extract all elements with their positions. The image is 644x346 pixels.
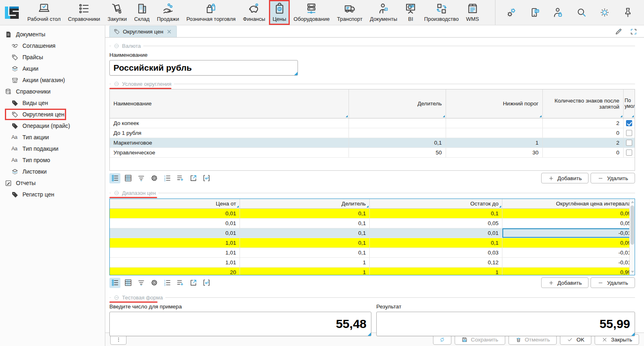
- user-lock-icon[interactable]: [553, 7, 564, 18]
- col-header-price-from[interactable]: Цена от: [110, 199, 240, 208]
- cell[interactable]: 20: [110, 267, 240, 275]
- cell-threshold[interactable]: 30: [446, 147, 542, 157]
- col-header-name[interactable]: Наименование: [110, 89, 349, 118]
- table-row[interactable]: Управленческое 50 30 0: [110, 147, 635, 157]
- collapse-icon[interactable]: [113, 43, 120, 49]
- cell-name[interactable]: До копеек: [110, 118, 349, 128]
- edit-pencil-icon[interactable]: [615, 28, 622, 36]
- settings-gears-icon[interactable]: [506, 7, 517, 18]
- add-row-button[interactable]: Добавить: [541, 173, 589, 183]
- cell-decimals[interactable]: 2: [542, 138, 623, 147]
- cell[interactable]: 0,09: [502, 208, 635, 218]
- cell[interactable]: 0,05: [502, 218, 635, 228]
- tab-price-roundings[interactable]: Округления цен: [109, 26, 177, 37]
- nav-item-transport[interactable]: Транспорт: [333, 0, 366, 25]
- table-row-highlighted[interactable]: 1,010,10,10,09: [110, 238, 635, 248]
- currency-name-input[interactable]: [109, 60, 298, 76]
- cell[interactable]: 0,12: [370, 257, 502, 267]
- cell[interactable]: 0,1: [370, 238, 502, 248]
- cell-divider[interactable]: [349, 118, 446, 128]
- grid-view-button[interactable]: [122, 173, 133, 183]
- scroll-thumb[interactable]: [631, 205, 634, 245]
- cell-decimals[interactable]: 2: [542, 118, 623, 128]
- default-checkbox[interactable]: [626, 150, 632, 156]
- list-view-button[interactable]: [109, 173, 120, 183]
- collapse-icon[interactable]: [113, 295, 120, 301]
- cell[interactable]: 1,01: [110, 238, 240, 248]
- open-external-button[interactable]: [188, 278, 199, 288]
- grid-view-button[interactable]: [122, 278, 133, 288]
- open-external-button[interactable]: [188, 173, 199, 183]
- cell-divider[interactable]: 0,1: [349, 138, 446, 147]
- col-header-lower-threshold[interactable]: Нижний порог: [446, 89, 542, 118]
- numbered-list-button[interactable]: 123: [162, 278, 173, 288]
- filter-button[interactable]: [135, 173, 147, 183]
- sidebar-item-operations-price[interactable]: Операции (прайс): [0, 120, 105, 132]
- cell[interactable]: 0,03: [370, 248, 502, 257]
- cell[interactable]: 0,1: [370, 208, 502, 218]
- cell[interactable]: -0,01: [502, 257, 635, 267]
- nav-item-documents[interactable]: Документы: [366, 0, 401, 25]
- cell[interactable]: -0,01: [502, 248, 635, 257]
- cell[interactable]: 0,1: [240, 208, 370, 218]
- cell-name[interactable]: Управленческое: [110, 147, 349, 157]
- reload-table-button[interactable]: [201, 173, 212, 183]
- sidebar-item-promo-type[interactable]: AaТип акции: [0, 132, 105, 143]
- nav-item-bi[interactable]: BI: [401, 0, 420, 25]
- table-row[interactable]: 1,010,10,03-0,01: [110, 248, 635, 257]
- collapse-icon[interactable]: [113, 190, 120, 196]
- pin-icon[interactable]: [622, 7, 633, 18]
- col-header-divider[interactable]: Делитель: [240, 199, 370, 208]
- cell[interactable]: 0,01: [110, 218, 240, 228]
- scroll-up-arrow[interactable]: [631, 201, 634, 203]
- sidebar-item-promo2-type[interactable]: AaТип промо: [0, 154, 105, 166]
- scroll-down-arrow[interactable]: [631, 271, 634, 273]
- default-checkbox[interactable]: [626, 140, 632, 146]
- nav-item-desktop[interactable]: Рабочий стол: [24, 0, 64, 25]
- table-row[interactable]: До копеек 2: [110, 118, 635, 128]
- cell[interactable]: 0,99: [502, 267, 635, 275]
- cell-threshold[interactable]: [446, 128, 542, 138]
- cell[interactable]: 0,1: [240, 228, 370, 238]
- nav-item-production[interactable]: Производство: [420, 0, 462, 25]
- sidebar-item-leaflets[interactable]: Листовки: [0, 166, 105, 177]
- nav-item-purchases[interactable]: Закупки: [104, 0, 130, 25]
- cell[interactable]: 0,1: [240, 238, 370, 248]
- theme-brightness-icon[interactable]: [599, 7, 610, 18]
- nav-item-retail[interactable]: Розничная торговля: [183, 0, 240, 25]
- col-header-rounded-price[interactable]: Округлённая цена интервала: [502, 199, 635, 208]
- search-icon[interactable]: [576, 7, 587, 18]
- cell-threshold[interactable]: [446, 118, 542, 128]
- sidebar-item-subpromo-type[interactable]: AaТип подакции: [0, 143, 105, 154]
- table-settings-button[interactable]: [149, 173, 160, 183]
- table-row-selected[interactable]: Маркетинговое 0,1 1 2: [110, 138, 635, 147]
- col-header-default[interactable]: По умолча...: [623, 89, 635, 118]
- add-row-button[interactable]: Добавить: [541, 277, 589, 288]
- table-row[interactable]: 1,0110,12-0,01: [110, 257, 635, 267]
- nav-item-sales[interactable]: Продажи: [153, 0, 182, 25]
- delete-row-button[interactable]: Удалить: [591, 277, 635, 288]
- cell[interactable]: 1: [240, 257, 370, 267]
- table-row-selected[interactable]: 0,010,10,01-0,01: [110, 228, 635, 238]
- table-settings-button[interactable]: [149, 278, 160, 288]
- filter-button[interactable]: [135, 278, 147, 288]
- nav-item-prices[interactable]: $Цены: [269, 0, 290, 25]
- cell[interactable]: 0,05: [370, 218, 502, 228]
- cell[interactable]: 1: [240, 267, 370, 275]
- sidebar-item-agreements[interactable]: Соглашения: [0, 40, 105, 51]
- feedback-icon[interactable]: [529, 7, 540, 18]
- table-row[interactable]: До 1 рубля 0: [110, 128, 635, 138]
- cell[interactable]: 0,01: [370, 228, 502, 238]
- sidebar-item-reports[interactable]: Отчеты: [0, 177, 105, 189]
- sidebar-item-pricelists[interactable]: Прайсы: [0, 51, 105, 63]
- sidebar-item-price-register[interactable]: Регистр цен: [0, 189, 105, 200]
- sidebar-item-promotions[interactable]: Акции: [0, 63, 105, 74]
- nav-item-warehouse[interactable]: Склад: [131, 0, 153, 25]
- cell-focused[interactable]: -0,01: [502, 228, 635, 238]
- nav-item-equipment[interactable]: Оборудование: [290, 0, 333, 25]
- cell-threshold[interactable]: 1: [446, 138, 542, 147]
- sidebar-item-price-types[interactable]: Виды цен: [0, 97, 105, 109]
- nav-item-wms[interactable]: WMS: [462, 0, 483, 25]
- col-header-remainder-to[interactable]: Остаток до: [370, 199, 502, 208]
- sidebar-item-promotions-store[interactable]: Акции (магазин): [0, 74, 105, 86]
